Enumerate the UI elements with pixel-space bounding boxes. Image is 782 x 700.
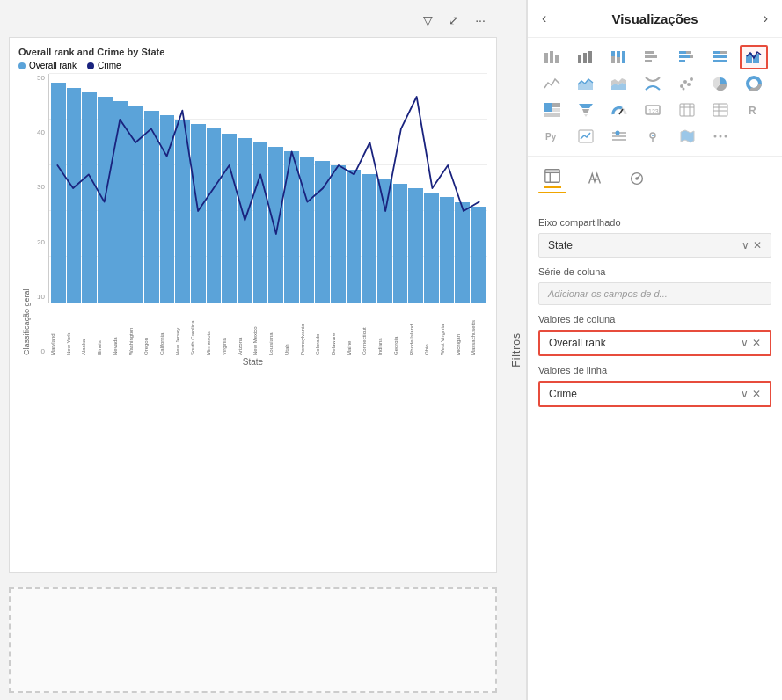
viz-icon-matrix[interactable] <box>706 98 734 122</box>
svg-point-30 <box>680 84 683 88</box>
viz-icon-line-bar[interactable] <box>740 45 768 69</box>
viz-icon-line[interactable] <box>538 71 566 96</box>
expand-icon[interactable]: ⤢ <box>444 11 464 30</box>
svg-rect-11 <box>645 51 654 54</box>
viz-icon-100bar[interactable] <box>605 45 633 69</box>
x-axis-label-item: Massachusetts <box>471 307 486 355</box>
viz-icon-stacked-bar[interactable] <box>538 45 566 69</box>
x-axis-labels: MarylandNew YorkAlaskaIllinoisNevadaWash… <box>48 305 487 355</box>
viz-icon-donut[interactable] <box>740 71 768 96</box>
column-series-placeholder[interactable]: Adicionar os campos de d... <box>538 282 771 305</box>
line-values-field[interactable]: Crime ∨ ✕ <box>538 381 771 407</box>
svg-rect-12 <box>645 55 657 58</box>
bar-item <box>362 174 376 303</box>
bar-item <box>377 179 392 303</box>
viz-icon-funnel[interactable] <box>572 98 600 122</box>
viz-icon-map[interactable] <box>639 124 667 149</box>
line-values-remove-btn[interactable]: ✕ <box>752 388 761 400</box>
shared-axis-field[interactable]: State ∨ ✕ <box>538 233 771 258</box>
x-axis-label-item: New Jersey <box>175 307 190 355</box>
line-values-expand-btn[interactable]: ∨ <box>741 388 749 400</box>
bar-item <box>253 142 268 303</box>
svg-point-33 <box>690 77 693 81</box>
shared-axis-value: State <box>548 239 573 252</box>
viz-icon-table[interactable] <box>673 98 701 122</box>
column-series-label: Série de coluna <box>538 266 771 277</box>
viz-icon-kpi[interactable] <box>572 124 600 149</box>
more-options-icon[interactable]: ··· <box>471 11 490 30</box>
svg-rect-39 <box>552 108 560 112</box>
svg-rect-14 <box>679 51 686 54</box>
column-values-label: Valores de coluna <box>538 314 771 324</box>
viz-icon-custom[interactable] <box>706 124 734 149</box>
filtros-tab[interactable]: Filtros <box>506 0 527 700</box>
x-axis-label-item: Washington <box>128 307 143 355</box>
viz-icon-card[interactable]: 123 <box>639 98 667 122</box>
bar-item <box>144 111 159 303</box>
svg-rect-26 <box>756 54 759 63</box>
svg-rect-47 <box>680 104 694 116</box>
shared-axis-expand-btn[interactable]: ∨ <box>742 239 749 252</box>
svg-point-61 <box>616 131 620 135</box>
column-values-expand-btn[interactable]: ∨ <box>741 337 749 349</box>
viz-icon-Py[interactable]: Py <box>538 124 566 149</box>
bar-item <box>128 106 143 303</box>
chart-legend: Overall rank Crime <box>18 61 487 70</box>
x-axis-label-item: Illinois <box>97 307 112 355</box>
viz-icon-treemap[interactable] <box>538 98 566 122</box>
column-values-remove-btn[interactable]: ✕ <box>752 337 761 349</box>
bar-item <box>207 128 222 303</box>
viz-icon-bar[interactable] <box>572 45 600 69</box>
column-values-field[interactable]: Overall rank ∨ ✕ <box>538 330 771 356</box>
svg-rect-17 <box>690 55 693 58</box>
bar-item <box>268 147 283 303</box>
legend-label-overall: Overall rank <box>29 61 77 70</box>
filter-icon[interactable]: ▽ <box>418 11 437 30</box>
svg-rect-10 <box>617 57 620 63</box>
svg-rect-0 <box>544 53 548 63</box>
bar-item <box>191 124 206 303</box>
shared-axis-remove-btn[interactable]: ✕ <box>753 239 762 252</box>
svg-point-34 <box>682 88 684 91</box>
chart-container: Overall rank and Crime by State Overall … <box>9 37 497 573</box>
sidebar-prev-button[interactable]: ‹ <box>542 11 546 26</box>
viz-icon-scatter[interactable] <box>673 71 701 96</box>
svg-rect-3 <box>578 55 581 63</box>
svg-line-44 <box>619 109 623 114</box>
shared-axis-actions: ∨ ✕ <box>742 239 762 252</box>
legend-crime: Crime <box>87 61 121 70</box>
viz-icon-slicer[interactable] <box>605 124 633 149</box>
viz-icon-hbar[interactable] <box>639 45 667 69</box>
x-axis-label-item: Delaware <box>331 307 346 355</box>
tab-fields[interactable] <box>538 164 566 193</box>
sidebar-header: ‹ Visualizações › <box>528 0 782 38</box>
legend-dot-crime <box>87 62 94 69</box>
sidebar-next-button[interactable]: › <box>764 11 768 26</box>
svg-rect-1 <box>550 51 553 63</box>
svg-point-66 <box>724 135 727 138</box>
viz-icon-gauge[interactable] <box>605 98 633 122</box>
x-axis-label-item: Rhode Island <box>409 307 424 355</box>
viz-icon-ribbon[interactable] <box>639 71 667 96</box>
viz-icon-stacked-area[interactable] <box>605 71 633 96</box>
viz-icon-100hbar[interactable] <box>706 45 734 69</box>
bar-item <box>331 165 346 303</box>
x-axis-label-item: South Carolina <box>190 307 205 355</box>
bar-item <box>98 97 113 303</box>
viz-icon-stacked-hbar[interactable] <box>673 45 701 69</box>
svg-marker-43 <box>584 114 588 117</box>
y-axis-label: Classificação geral <box>18 74 31 355</box>
svg-rect-4 <box>583 53 587 63</box>
fields-section: Eixo compartilhado State ∨ ✕ Série de co… <box>528 201 782 700</box>
svg-rect-20 <box>713 55 727 58</box>
viz-icon-area[interactable] <box>572 71 600 96</box>
viz-icon-R[interactable]: R <box>740 98 768 122</box>
viz-icon-filled-map[interactable] <box>673 124 701 149</box>
x-axis-label-item: Nevada <box>113 307 128 355</box>
svg-rect-9 <box>611 56 615 63</box>
viz-icon-pie[interactable] <box>706 71 734 96</box>
x-axis-label-item: New York <box>66 307 81 355</box>
bar-item <box>300 157 315 303</box>
tab-analytics[interactable] <box>623 166 651 191</box>
tab-format[interactable] <box>581 166 609 191</box>
